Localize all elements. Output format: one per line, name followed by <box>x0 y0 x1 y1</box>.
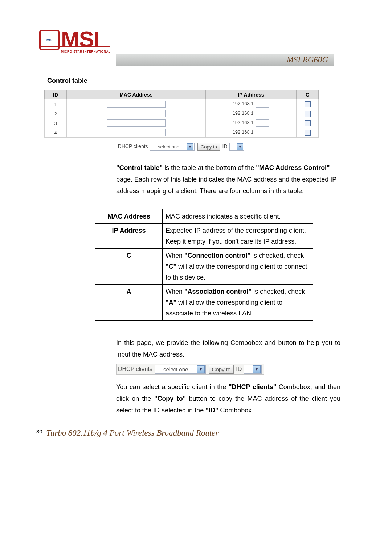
def-label: A <box>95 285 163 321</box>
ip-prefix: 192.168.1. <box>233 120 255 125</box>
table-row: 1 192.168.1. <box>45 99 319 109</box>
section-title: Control table <box>47 77 87 85</box>
chevron-down-icon: ▾ <box>197 365 205 373</box>
ip-suffix-input[interactable] <box>256 110 269 117</box>
table-row: 3 192.168.1. <box>45 118 319 128</box>
ip-prefix: 192.168.1. <box>233 101 255 106</box>
footer-title: Turbo 802.11b/g 4 Port Wireless Broadban… <box>46 428 219 438</box>
def-label: IP Address <box>95 224 163 249</box>
logo-underline <box>39 46 110 47</box>
id-label: ID <box>222 143 228 149</box>
copy-to-button[interactable]: Copy to <box>197 143 220 151</box>
footer-rule <box>36 439 334 439</box>
logo-subtext: MICRO-STAR INTERNATIONAL <box>61 50 111 53</box>
table-row: 2 192.168.1. <box>45 109 319 118</box>
dhcp-clients-select[interactable]: — select one —▾ <box>155 365 206 374</box>
page-number: 30 <box>36 428 42 435</box>
chevron-down-icon: ▾ <box>187 143 193 150</box>
msi-logo: MSI MSI MICRO-STAR INTERNATIONAL <box>39 26 111 53</box>
def-text: Expected IP address of the corresponding… <box>163 224 313 249</box>
c-checkbox[interactable] <box>305 101 311 107</box>
dhcp-controls-illustration: DHCP clients — select one —▾ Copy to ID … <box>116 364 264 375</box>
ip-suffix-input[interactable] <box>256 119 269 127</box>
def-text: When "Connection control" is checked, ch… <box>163 249 313 285</box>
chevron-down-icon: ▾ <box>253 365 261 373</box>
paragraph-control-table: "Control table" is the table at the bott… <box>116 162 340 197</box>
id-label: ID <box>236 366 242 372</box>
col-ip: IP Address <box>205 90 296 99</box>
mac-input[interactable] <box>107 110 166 117</box>
chevron-down-icon: ▾ <box>237 143 243 150</box>
mac-input[interactable] <box>107 129 166 136</box>
mac-input[interactable] <box>107 101 166 108</box>
control-table: ID MAC Address IP Address C 1 192.168.1.… <box>44 90 319 151</box>
col-id: ID <box>45 90 67 99</box>
id-select[interactable]: —▾ <box>244 365 262 374</box>
ip-suffix-input[interactable] <box>256 129 269 136</box>
logo-name: MSI <box>61 26 111 52</box>
def-label: C <box>95 249 163 285</box>
dhcp-controls: DHCP clients — select one —▾ Copy to ID … <box>44 143 319 151</box>
ip-prefix: 192.168.1. <box>233 129 255 135</box>
id-select[interactable]: —▾ <box>229 143 244 151</box>
page-footer: 30 Turbo 802.11b/g 4 Port Wireless Broad… <box>36 428 334 439</box>
c-checkbox[interactable] <box>305 130 311 136</box>
ip-suffix-input[interactable] <box>256 101 269 108</box>
c-checkbox[interactable] <box>305 111 311 117</box>
dhcp-clients-select[interactable]: — select one —▾ <box>150 143 195 151</box>
dhcp-label: DHCP clients <box>118 143 148 149</box>
def-text: MAC address indicates a specific client. <box>163 209 313 224</box>
ip-prefix: 192.168.1. <box>233 110 255 116</box>
paragraph-combobox-intro: In this page, we provide the following C… <box>116 337 340 360</box>
paragraph-dhcp-usage: You can select a specific client in the … <box>116 381 340 416</box>
def-label: MAC Address <box>95 209 163 224</box>
dhcp-label: DHCP clients <box>118 366 152 372</box>
mac-input[interactable] <box>107 119 166 127</box>
column-definitions-table: MAC Address MAC address indicates a spec… <box>95 209 313 321</box>
copy-to-button[interactable]: Copy to <box>209 365 234 374</box>
col-c: C <box>297 90 319 99</box>
product-banner: MSI RG60G <box>116 54 334 66</box>
col-mac: MAC Address <box>67 90 206 99</box>
c-checkbox[interactable] <box>305 120 311 126</box>
def-text: When "Association control" is checked, c… <box>163 285 313 321</box>
table-row: 4 192.168.1. <box>45 128 319 138</box>
